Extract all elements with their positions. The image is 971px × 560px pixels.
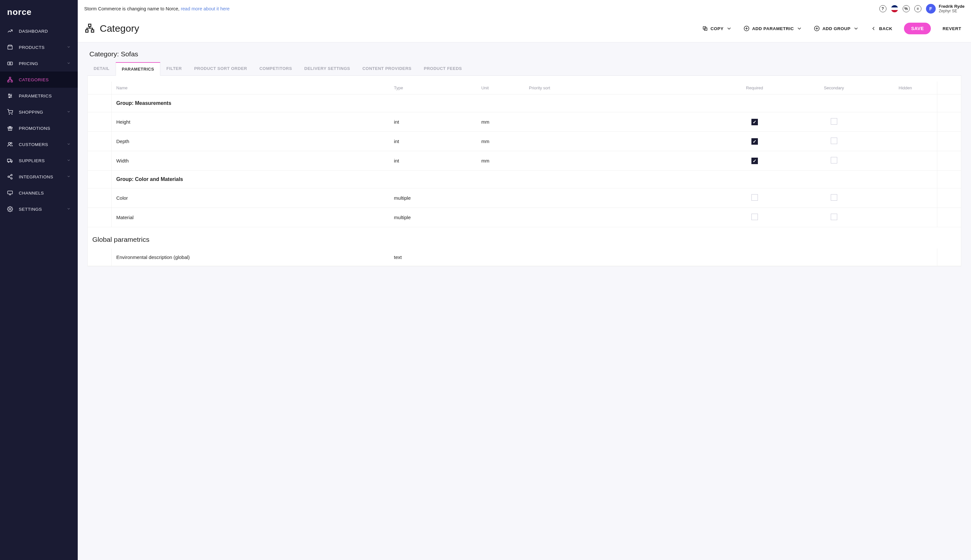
user-name: Fredrik Ryde <box>939 4 964 9</box>
cell-type: int <box>389 112 477 132</box>
table-row[interactable]: Environmental description (global) text <box>88 248 961 266</box>
sidebar-item-channels[interactable]: CHANNELS <box>0 185 78 201</box>
revert-button[interactable]: REVERT <box>943 26 961 31</box>
save-button[interactable]: SAVE <box>904 23 931 34</box>
sidebar-item-label: PRODUCTS <box>19 45 45 50</box>
sidebar-item-promotions[interactable]: PROMOTIONS <box>0 120 78 136</box>
users-icon <box>7 142 13 147</box>
percent-icon[interactable]: % <box>903 5 910 12</box>
sidebar-item-parametrics[interactable]: PARAMETRICS <box>0 88 78 104</box>
sliders-icon <box>7 93 13 99</box>
tab-filter[interactable]: FILTER <box>160 62 188 75</box>
tab-parametrics[interactable]: PARAMETRICS <box>116 62 160 76</box>
table-row[interactable]: Height int mm <box>88 112 961 132</box>
tab-competitors[interactable]: COMPETITORS <box>253 62 298 75</box>
secondary-checkbox[interactable] <box>831 213 837 220</box>
chevron-down-icon <box>67 110 71 115</box>
svg-point-12 <box>9 114 10 115</box>
sidebar-item-label: PROMOTIONS <box>19 126 50 131</box>
add-parametric-button[interactable]: ADD PARAMETRIC <box>744 25 802 32</box>
secondary-checkbox[interactable] <box>831 118 837 125</box>
tab-detail[interactable]: DETAIL <box>87 62 116 75</box>
cell-unit <box>477 248 524 266</box>
sidebar: norce DASHBOARD PRODUCTS PRICING CATEGOR… <box>0 0 78 560</box>
add-group-button[interactable]: ADD GROUP <box>814 25 859 32</box>
announcement: Storm Commerce is changing name to Norce… <box>84 6 230 11</box>
tab-product-sort-order[interactable]: PRODUCT SORT ORDER <box>188 62 253 75</box>
global-parametrics-table: Environmental description (global) text <box>88 248 961 266</box>
sidebar-item-label: SHOPPING <box>19 110 43 115</box>
required-checkbox[interactable] <box>751 194 758 201</box>
chevron-down-icon <box>67 158 71 163</box>
menu-circle-icon[interactable]: ≡ <box>914 5 921 12</box>
sidebar-item-suppliers[interactable]: SUPPLIERS <box>0 152 78 168</box>
col-name-header: Name <box>112 82 390 95</box>
svg-line-25 <box>9 175 11 177</box>
tab-product-feeds[interactable]: PRODUCT FEEDS <box>418 62 468 75</box>
sidebar-item-products[interactable]: PRODUCTS <box>0 39 78 55</box>
add-group-label: ADD GROUP <box>823 26 851 31</box>
col-secondary-header: Secondary <box>794 82 874 95</box>
cell-unit: mm <box>477 112 524 132</box>
tab-content-providers[interactable]: CONTENT PROVIDERS <box>356 62 418 75</box>
secondary-checkbox[interactable] <box>831 194 837 201</box>
svg-point-18 <box>11 142 12 144</box>
group-header-row: Group: Measurements <box>88 95 961 112</box>
sidebar-item-shopping[interactable]: SHOPPING <box>0 104 78 120</box>
table-row[interactable]: Depth int mm <box>88 132 961 151</box>
group-title: Group: Measurements <box>112 95 937 112</box>
secondary-checkbox[interactable] <box>831 157 837 163</box>
chevron-down-icon <box>67 175 71 179</box>
svg-line-26 <box>9 177 11 178</box>
global-parametrics-heading: Global parametrics <box>88 227 961 248</box>
sidebar-item-pricing[interactable]: PRICING <box>0 55 78 72</box>
svg-rect-19 <box>7 159 11 162</box>
cell-name: Material <box>112 208 390 227</box>
cell-unit: mm <box>477 132 524 151</box>
required-checkbox[interactable] <box>751 213 758 220</box>
share-icon <box>7 174 13 180</box>
back-label: BACK <box>879 26 892 31</box>
sidebar-item-dashboard[interactable]: DASHBOARD <box>0 23 78 39</box>
table-row[interactable]: Color multiple <box>88 188 961 208</box>
cell-unit <box>477 188 524 208</box>
table-row[interactable]: Width int mm <box>88 151 961 171</box>
secondary-checkbox[interactable] <box>831 138 837 144</box>
monitor-icon <box>7 190 13 196</box>
svg-point-21 <box>11 162 12 162</box>
col-unit-header: Unit <box>477 82 524 95</box>
page-title: Category <box>100 23 139 34</box>
truck-icon <box>7 158 13 163</box>
group-header-row: Group: Color and Materials <box>88 171 961 188</box>
announcement-link[interactable]: read more about it here <box>181 6 230 11</box>
col-type-header: Type <box>389 82 477 95</box>
flag-uk-icon[interactable] <box>891 5 898 12</box>
col-required-header: Required <box>715 82 794 95</box>
svg-point-30 <box>9 208 11 210</box>
breadcrumb: Category: Sofas <box>87 50 961 58</box>
parametrics-table: Name Type Unit Priority sort Required Se… <box>88 82 961 227</box>
chevron-left-icon <box>871 25 876 32</box>
table-row[interactable]: Material multiple <box>88 208 961 227</box>
sidebar-item-integrations[interactable]: INTEGRATIONS <box>0 168 78 185</box>
tab-delivery-settings[interactable]: DELIVERY SETTINGS <box>298 62 356 75</box>
required-checkbox[interactable] <box>751 138 758 145</box>
svg-point-17 <box>8 142 10 144</box>
gift-icon <box>7 125 13 131</box>
back-button[interactable]: BACK <box>871 25 892 32</box>
required-checkbox[interactable] <box>751 158 758 164</box>
chevron-down-icon <box>726 25 732 32</box>
svg-rect-0 <box>8 46 12 49</box>
sidebar-item-customers[interactable]: CUSTOMERS <box>0 136 78 152</box>
cell-name: Height <box>112 112 390 132</box>
user-menu[interactable]: F Fredrik Ryde Zephyr SE <box>926 4 964 13</box>
cell-type: int <box>389 151 477 171</box>
sidebar-item-categories[interactable]: CATEGORIES <box>0 72 78 88</box>
svg-point-2 <box>9 63 11 64</box>
help-icon[interactable]: ? <box>879 5 886 12</box>
cell-unit <box>477 208 524 227</box>
sidebar-item-label: PRICING <box>19 61 38 66</box>
required-checkbox[interactable] <box>751 119 758 125</box>
copy-button[interactable]: COPY <box>702 25 732 32</box>
sidebar-item-settings[interactable]: SETTINGS <box>0 201 78 217</box>
